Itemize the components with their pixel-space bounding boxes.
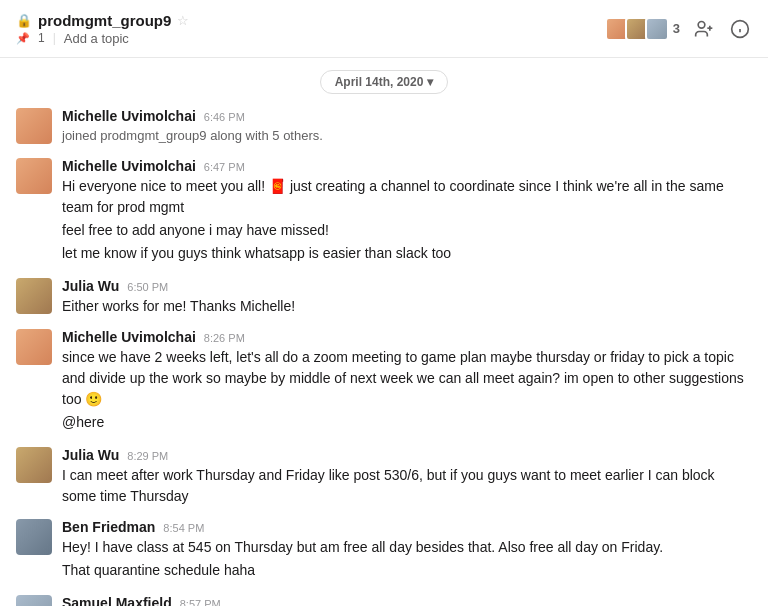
info-button[interactable] [728, 17, 752, 41]
add-member-button[interactable] [692, 17, 716, 41]
message-text: Either works for me! Thanks Michelle! [62, 296, 752, 317]
avatar-wrap [16, 108, 52, 146]
avatar [16, 595, 52, 607]
message-author: Samuel Maxfield [62, 595, 172, 607]
avatar-stack [605, 17, 665, 41]
channel-name: prodmgmt_group9 [38, 12, 171, 29]
channel-header: 🔒 prodmgmt_group9 ☆ 📌 1 | Add a topic 3 [0, 0, 768, 58]
message-text: joined prodmgmt_group9 along with 5 othe… [62, 126, 752, 146]
message-content: Michelle Uvimolchai 6:47 PM Hi everyone … [62, 158, 752, 266]
message-time: 8:29 PM [127, 450, 168, 462]
message-group: Michelle Uvimolchai 6:46 PM joined prodm… [16, 102, 752, 150]
message-content: Ben Friedman 8:54 PM Hey! I have class a… [62, 519, 752, 583]
message-time: 6:47 PM [204, 161, 245, 173]
svg-point-0 [698, 21, 705, 28]
avatar [16, 329, 52, 365]
avatar [16, 519, 52, 555]
message-header: Michelle Uvimolchai 6:46 PM [62, 108, 752, 124]
message-group: Julia Wu 8:29 PM I can meet after work T… [16, 441, 752, 511]
message-time: 6:50 PM [127, 281, 168, 293]
message-time: 8:26 PM [204, 332, 245, 344]
message-text: I can meet after work Thursday and Frida… [62, 465, 752, 507]
avatar [16, 447, 52, 483]
avatar-3 [645, 17, 669, 41]
pin-icon: 📌 [16, 32, 30, 45]
message-author: Julia Wu [62, 447, 119, 463]
pin-count: 1 [38, 31, 45, 45]
star-icon[interactable]: ☆ [177, 13, 189, 28]
message-group: Michelle Uvimolchai 8:26 PM since we hav… [16, 323, 752, 439]
message-group: Julia Wu 6:50 PM Either works for me! Th… [16, 272, 752, 321]
message-author: Michelle Uvimolchai [62, 108, 196, 124]
date-divider: April 14th, 2020 ▾ [16, 58, 752, 102]
message-header: Ben Friedman 8:54 PM [62, 519, 752, 535]
date-label: April 14th, 2020 [335, 75, 424, 89]
message-author: Ben Friedman [62, 519, 155, 535]
message-time: 8:57 PM [180, 598, 221, 607]
member-count: 3 [673, 21, 680, 36]
message-content: Michelle Uvimolchai 8:26 PM since we hav… [62, 329, 752, 435]
message-text: Hey! I have class at 545 on Thursday but… [62, 537, 752, 581]
avatar-wrap [16, 329, 52, 435]
message-text: since we have 2 weeks left, let's all do… [62, 347, 752, 433]
avatar [16, 108, 52, 144]
message-time: 6:46 PM [204, 111, 245, 123]
add-topic-link[interactable]: Add a topic [64, 31, 129, 46]
message-content: Samuel Maxfield 8:57 PM Thursday works f… [62, 595, 752, 607]
channel-name-row: 🔒 prodmgmt_group9 ☆ [16, 12, 189, 29]
message-header: Samuel Maxfield 8:57 PM [62, 595, 752, 607]
message-content: Michelle Uvimolchai 6:46 PM joined prodm… [62, 108, 752, 146]
message-author: Michelle Uvimolchai [62, 329, 196, 345]
message-header: Julia Wu 8:29 PM [62, 447, 752, 463]
message-group: Ben Friedman 8:54 PM Hey! I have class a… [16, 513, 752, 587]
avatar-wrap [16, 158, 52, 266]
message-content: Julia Wu 8:29 PM I can meet after work T… [62, 447, 752, 507]
message-content: Julia Wu 6:50 PM Either works for me! Th… [62, 278, 752, 317]
avatar-wrap [16, 278, 52, 317]
lock-icon: 🔒 [16, 13, 32, 28]
avatar-wrap [16, 519, 52, 583]
header-right: 3 [605, 17, 752, 41]
message-text: Hi everyone nice to meet you all! 🧧 just… [62, 176, 752, 264]
member-avatars[interactable]: 3 [605, 17, 680, 41]
header-left: 🔒 prodmgmt_group9 ☆ 📌 1 | Add a topic [16, 12, 189, 46]
avatar-wrap [16, 595, 52, 607]
message-header: Michelle Uvimolchai 6:47 PM [62, 158, 752, 174]
message-author: Michelle Uvimolchai [62, 158, 196, 174]
message-group: Michelle Uvimolchai 6:47 PM Hi everyone … [16, 152, 752, 270]
message-header: Julia Wu 6:50 PM [62, 278, 752, 294]
avatar [16, 278, 52, 314]
message-time: 8:54 PM [163, 522, 204, 534]
messages-area: April 14th, 2020 ▾ Michelle Uvimolchai 6… [0, 58, 768, 606]
date-pill[interactable]: April 14th, 2020 ▾ [320, 70, 449, 94]
message-group: Samuel Maxfield 8:57 PM Thursday works f… [16, 589, 752, 607]
date-chevron: ▾ [427, 75, 433, 89]
avatar [16, 158, 52, 194]
channel-meta-row: 📌 1 | Add a topic [16, 31, 189, 46]
avatar-wrap [16, 447, 52, 507]
message-author: Julia Wu [62, 278, 119, 294]
message-header: Michelle Uvimolchai 8:26 PM [62, 329, 752, 345]
